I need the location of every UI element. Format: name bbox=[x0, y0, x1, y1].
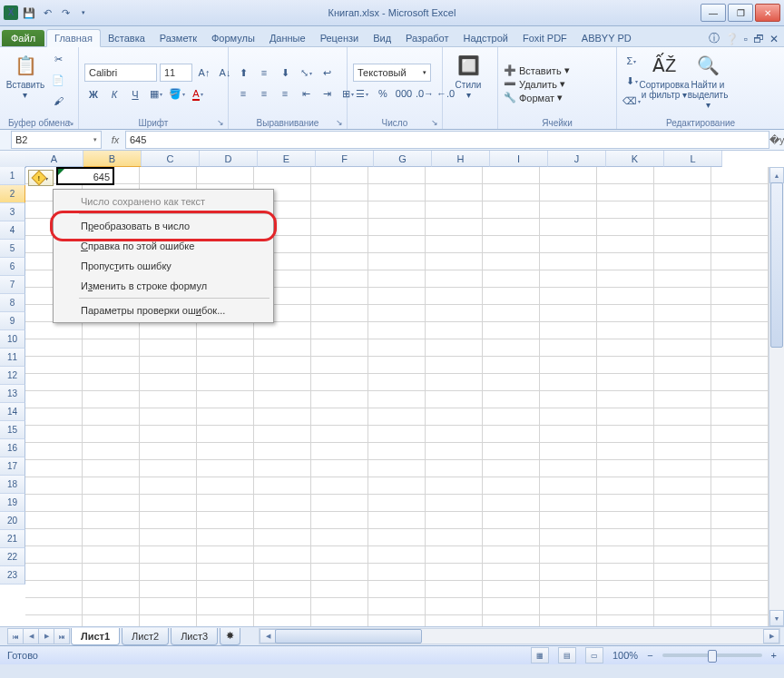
tab-formulas[interactable]: Формулы bbox=[204, 30, 262, 46]
bold-icon[interactable]: Ж bbox=[84, 85, 103, 103]
new-sheet-button[interactable]: ✸ bbox=[220, 628, 240, 645]
tab-view[interactable]: Вид bbox=[366, 30, 398, 46]
inc-decimal-icon[interactable]: .0→ bbox=[416, 84, 434, 103]
menu-convert-to-number[interactable]: Преобразовать в число bbox=[55, 216, 271, 236]
align-top-icon[interactable]: ⬆ bbox=[234, 64, 252, 82]
zoom-level[interactable]: 100% bbox=[612, 650, 638, 661]
minimize-button[interactable]: — bbox=[701, 4, 726, 22]
sheet-tab-3[interactable]: Лист3 bbox=[171, 628, 218, 645]
menu-ignore-error[interactable]: Пропустить ошибку bbox=[55, 256, 271, 276]
ribbon-min-icon[interactable]: ▫ bbox=[744, 33, 748, 45]
dialog-launcher-icon[interactable]: ↘ bbox=[431, 118, 438, 127]
col-header-J[interactable]: J bbox=[548, 151, 606, 167]
fx-icon[interactable]: fx bbox=[105, 134, 125, 145]
underline-icon[interactable]: Ч bbox=[126, 85, 144, 103]
row-header-23[interactable]: 23 bbox=[0, 566, 25, 585]
col-header-L[interactable]: L bbox=[664, 151, 722, 167]
align-left-icon[interactable]: ≡ bbox=[234, 84, 252, 103]
hscroll-thumb[interactable] bbox=[275, 629, 422, 644]
copy-icon[interactable]: 📄 bbox=[49, 71, 67, 89]
wrap-text-icon[interactable]: ↩ bbox=[318, 64, 336, 82]
error-smart-tag[interactable]: !▾ bbox=[28, 170, 54, 186]
dialog-launcher-icon[interactable]: ↘ bbox=[67, 118, 74, 127]
clear-icon[interactable]: ⌫ bbox=[622, 92, 641, 110]
number-format-select[interactable]: Текстовый▾ bbox=[353, 64, 431, 82]
tab-foxit[interactable]: Foxit PDF bbox=[515, 30, 574, 46]
sheet-nav-last-icon[interactable]: ⏭ bbox=[54, 628, 70, 644]
row-header-3[interactable]: 3 bbox=[0, 203, 25, 221]
sheet-nav-prev-icon[interactable]: ◀ bbox=[23, 628, 39, 644]
zoom-out-icon[interactable]: − bbox=[647, 650, 652, 661]
formula-input[interactable]: 645 bbox=[125, 131, 769, 149]
expand-formula-icon[interactable]: �yster bbox=[769, 134, 784, 146]
row-header-5[interactable]: 5 bbox=[0, 240, 25, 258]
normal-view-icon[interactable]: ▦ bbox=[531, 647, 549, 663]
row-header-6[interactable]: 6 bbox=[0, 258, 25, 276]
row-header-21[interactable]: 21 bbox=[0, 530, 25, 548]
row-header-9[interactable]: 9 bbox=[0, 312, 25, 330]
save-icon[interactable]: 💾 bbox=[22, 5, 36, 20]
border-icon[interactable]: ▦ bbox=[147, 85, 165, 103]
font-size-select[interactable]: 11 bbox=[160, 64, 192, 82]
vertical-scrollbar[interactable]: ▲ ▼ bbox=[769, 167, 784, 626]
align-bottom-icon[interactable]: ⬇ bbox=[276, 64, 294, 82]
close-doc-icon[interactable]: ✕ bbox=[769, 33, 779, 45]
sheet-nav-first-icon[interactable]: ⏮ bbox=[7, 628, 24, 644]
row-header-10[interactable]: 10 bbox=[0, 330, 25, 349]
col-header-A[interactable]: A bbox=[25, 151, 83, 167]
sheet-tab-2[interactable]: Лист2 bbox=[122, 628, 169, 645]
horizontal-scrollbar[interactable]: ◀ ▶ bbox=[259, 628, 780, 644]
row-header-11[interactable]: 11 bbox=[0, 349, 25, 367]
page-layout-view-icon[interactable]: ▤ bbox=[558, 647, 576, 663]
minimize-ribbon-icon[interactable]: ⓘ bbox=[709, 31, 720, 46]
tab-insert[interactable]: Вставка bbox=[101, 30, 152, 46]
row-header-14[interactable]: 14 bbox=[0, 403, 25, 421]
row-header-4[interactable]: 4 bbox=[0, 221, 25, 240]
select-all-corner[interactable] bbox=[0, 151, 26, 168]
font-name-select[interactable]: Calibri bbox=[84, 64, 157, 82]
row-header-8[interactable]: 8 bbox=[0, 294, 25, 312]
menu-edit-formula-bar[interactable]: Изменить в строке формул bbox=[55, 276, 271, 296]
close-button[interactable]: ✕ bbox=[755, 4, 780, 22]
italic-icon[interactable]: К bbox=[105, 85, 123, 103]
scroll-thumb[interactable] bbox=[770, 182, 783, 348]
col-header-K[interactable]: K bbox=[606, 151, 664, 167]
increase-font-icon[interactable]: A↑ bbox=[195, 64, 213, 82]
paste-button[interactable]: 📋 Вставить▾ bbox=[5, 50, 45, 100]
row-header-15[interactable]: 15 bbox=[0, 421, 25, 439]
sheet-tab-1[interactable]: Лист1 bbox=[71, 628, 120, 645]
format-painter-icon[interactable]: 🖌 bbox=[49, 92, 67, 110]
row-header-13[interactable]: 13 bbox=[0, 385, 25, 403]
tab-addins[interactable]: Надстрой bbox=[456, 30, 515, 46]
col-header-G[interactable]: G bbox=[374, 151, 432, 167]
row-header-17[interactable]: 17 bbox=[0, 457, 25, 476]
row-header-22[interactable]: 22 bbox=[0, 548, 25, 566]
row-header-18[interactable]: 18 bbox=[0, 476, 25, 494]
maximize-button[interactable]: ❐ bbox=[728, 4, 753, 22]
qat-dropdown-icon[interactable]: ▾ bbox=[76, 5, 91, 20]
redo-icon[interactable]: ↷ bbox=[58, 5, 73, 20]
restore-icon[interactable]: 🗗 bbox=[753, 33, 764, 45]
col-header-H[interactable]: H bbox=[432, 151, 490, 167]
cut-icon[interactable]: ✂ bbox=[49, 50, 67, 68]
autosum-icon[interactable]: Σ bbox=[622, 52, 641, 70]
scroll-left-icon[interactable]: ◀ bbox=[260, 629, 276, 644]
col-header-C[interactable]: C bbox=[142, 151, 200, 167]
scroll-right-icon[interactable]: ▶ bbox=[763, 629, 779, 644]
percent-icon[interactable]: % bbox=[374, 84, 392, 103]
currency-icon[interactable]: ☰ bbox=[353, 84, 371, 103]
indent-dec-icon[interactable]: ⇤ bbox=[297, 84, 315, 103]
selected-cell[interactable]: 645 bbox=[56, 167, 114, 185]
col-header-I[interactable]: I bbox=[490, 151, 548, 167]
sort-filter-button[interactable]: ẤŽ Сортировка и фильтр ▾ bbox=[644, 50, 684, 100]
scroll-up-icon[interactable]: ▲ bbox=[769, 167, 784, 183]
align-right-icon[interactable]: ≡ bbox=[276, 84, 294, 103]
help-icon[interactable]: ❔ bbox=[725, 33, 739, 45]
find-select-button[interactable]: 🔍 Найти и выделить ▾ bbox=[688, 50, 728, 110]
row-header-12[interactable]: 12 bbox=[0, 367, 25, 385]
col-header-B[interactable]: B bbox=[83, 151, 142, 167]
tab-review[interactable]: Рецензи bbox=[313, 30, 367, 46]
fill-color-icon[interactable]: 🪣 bbox=[168, 85, 186, 103]
row-header-2[interactable]: 2 bbox=[0, 185, 25, 203]
dialog-launcher-icon[interactable]: ↘ bbox=[336, 118, 343, 127]
